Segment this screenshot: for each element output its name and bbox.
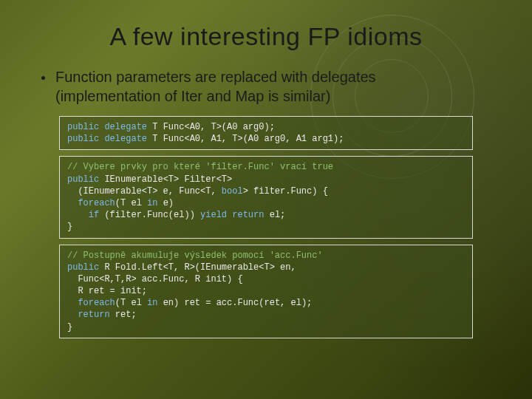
code-block-filter: // Vybere prvky pro které 'filter.Func' … — [59, 156, 473, 238]
keyword: foreach — [78, 198, 115, 208]
keyword: foreach — [78, 298, 115, 308]
slide: A few interesting FP idioms Function par… — [0, 0, 532, 399]
slide-title: A few interesting FP idioms — [37, 22, 495, 51]
bullet-item: Function parameters are replaced with de… — [37, 67, 495, 106]
bullet-line-1: Function parameters are replaced with de… — [55, 69, 376, 85]
comment: // Vybere prvky pro které 'filter.Func' … — [67, 162, 333, 172]
keyword: delegate — [104, 134, 147, 144]
keyword: return — [78, 310, 109, 320]
keyword: public — [67, 262, 99, 273]
keyword: public — [67, 134, 99, 144]
comment: // Postupně akumuluje výsledek pomocí 'a… — [67, 250, 323, 261]
keyword: bool — [222, 186, 243, 197]
keyword: delegate — [104, 122, 147, 132]
bullet-dot-icon — [41, 76, 45, 80]
bullet-line-2: (implementation of Iter and Map is simil… — [55, 88, 330, 104]
keyword: public — [67, 174, 99, 185]
bullet-text: Function parameters are replaced with de… — [55, 67, 376, 106]
code-block-fold: // Postupně akumuluje výsledek pomocí 'a… — [59, 245, 473, 338]
keyword: yield — [200, 210, 227, 220]
keyword: return — [232, 210, 264, 220]
keyword: in — [147, 298, 157, 308]
keyword: in — [147, 198, 157, 208]
keyword: if — [89, 210, 99, 220]
keyword: public — [67, 122, 99, 132]
code-block-delegates: public delegate T Func<A0, T>(A0 arg0); … — [59, 116, 473, 150]
